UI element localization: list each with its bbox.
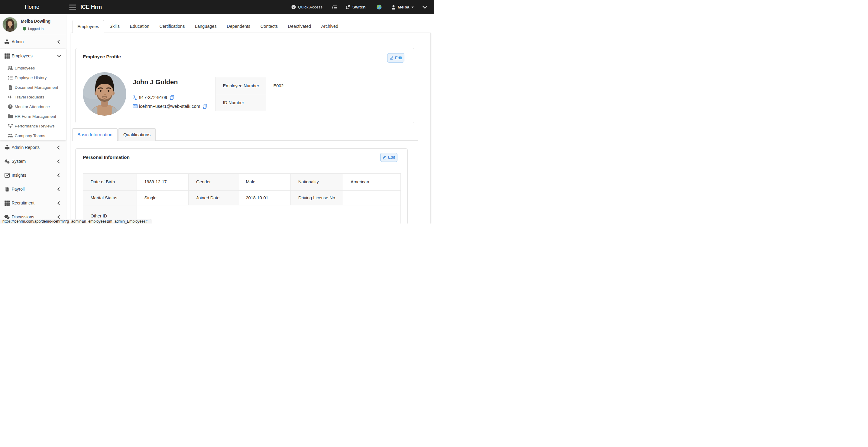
globe-earth-icon [377,4,382,10]
sidebar-subitem-label: Company Teams [15,133,45,138]
user-menu[interactable]: Melba [392,0,414,14]
icehrm-app: Home ICE Hrm Quick Access [0,0,434,224]
sidebar-subitem-monitor-attendance[interactable]: Monitor Attendance [0,102,66,111]
melba-avatar[interactable] [3,17,17,32]
tab-dependents[interactable]: Dependents [222,20,255,33]
clock-icon [7,104,13,109]
gears-icon [4,159,10,164]
sidebar-subitem-hr-form-management[interactable]: HR Form Management [0,111,66,121]
sidebar-subitem-travel-requests[interactable]: Travel Requests [0,92,66,102]
sidebar-item-label: Payroll [12,187,25,191]
tab-archived[interactable]: Archived [317,20,343,33]
tab-basic-information[interactable]: Basic Information [72,128,118,141]
tab-contacts[interactable]: Contacts [256,20,282,33]
tab-employees[interactable]: Employees [72,20,104,33]
app-brand: ICE Hrm [81,0,102,14]
tasks-button[interactable] [332,0,337,14]
employee-email[interactable]: icehrm+user1@web-stalk.com [139,104,200,109]
tab-certifications[interactable]: Certifications [155,20,189,33]
copy-email-icon[interactable] [203,104,207,109]
sidebar-item-payroll[interactable]: Payroll [0,182,66,196]
sidebar-subitem-company-teams[interactable]: Company Teams [0,131,66,140]
chart-line-icon [4,173,10,178]
sidebar-subitem-employees[interactable]: Employees [0,63,66,73]
employee-phone[interactable]: 917-372-9109 [139,95,167,100]
sidebar-item-label: System [12,159,26,164]
sidebar-subitem-label: HR Form Management [15,114,56,119]
personal-information-title: Personal Information [83,155,130,160]
employee-profile-edit-button[interactable]: Edit [387,53,404,63]
home-link[interactable]: Home [25,0,39,14]
sidebar-item-insights[interactable]: Insights [0,168,66,182]
tab-content-panel: Employee Profile Edit [71,33,431,224]
sidebar-profile: Melba Dowling Logged In [0,14,66,35]
topbar: Home ICE Hrm Quick Access [0,0,434,14]
tab-languages[interactable]: Languages [190,20,221,33]
sidebar-item-recruitment[interactable]: Recruitment [0,196,66,210]
driving-license-label: Driving License No [291,190,343,205]
sidebar-subitem-document-management[interactable]: Document Management [0,83,66,92]
switch-button[interactable]: Switch [346,0,366,14]
table-row: Marital Status Single Joined Date 2018-1… [83,190,400,205]
grid-icon [4,54,10,59]
sidebar-item-employees[interactable]: Employees [0,49,66,63]
table-row: Date of Birth 1989-12-17 Gender Male Nat… [83,173,400,190]
file-zipper-icon [4,187,10,191]
joined-date-label: Joined Date [189,190,239,205]
table-row: Employee Number E002 [215,77,291,94]
sidebar-subitem-label: Travel Requests [15,95,44,99]
employee-number-label: Employee Number [215,77,266,94]
edit-button-label: Edit [395,56,402,60]
tab-skills[interactable]: Skills [105,20,124,33]
sidebar-subitem-label: Document Management [15,85,58,90]
sidebar-subitem-performance-reviews[interactable]: Performance Reviews [0,121,66,131]
user-menu-label: Melba [398,5,409,9]
sidebar-subitem-label: Employee History [15,75,47,80]
compass-icon [291,5,296,9]
sidebar-subitem-employee-history[interactable]: Employee History [0,73,66,83]
copy-phone-icon[interactable] [170,95,174,100]
sidebar-item-label: Admin Reports [12,145,40,150]
collapse-header-chevron-icon[interactable] [422,0,428,14]
employee-email-row: icehrm+user1@web-stalk.com [133,104,207,109]
employee-profile-title: Employee Profile [83,54,121,60]
sidebar-user-name: Melba Dowling [21,19,51,24]
employee-phone-row: 917-372-9109 [133,95,174,100]
comments-icon [4,215,10,219]
logged-in-status-dot [23,27,26,31]
quick-access-button[interactable]: Quick Access [291,0,322,14]
sidebar-item-admin-reports[interactable]: Admin Reports [0,140,66,154]
users-icon [7,133,13,138]
hamburger-menu-icon[interactable] [69,4,76,10]
employee-detail-tabs: Basic Information Qualifications [72,128,418,141]
sidebar: Melba Dowling Logged In Admin [0,14,66,224]
chevron-left-icon [57,173,60,177]
joined-date-value: 2018-10-01 [238,190,291,205]
nationality-value: American [343,173,401,190]
chevron-left-icon [57,146,60,150]
phone-icon [133,95,139,100]
employee-photo [83,72,126,116]
table-row: ID Number [215,94,291,111]
main-content: Employees Skills Education Certification… [66,14,434,224]
personal-information-edit-button[interactable]: Edit [380,153,397,162]
id-number-label: ID Number [215,94,266,111]
sidebar-item-admin[interactable]: Admin [0,35,66,49]
gender-value: Male [238,173,291,190]
marital-status-label: Marital Status [83,190,136,205]
tab-deactivated[interactable]: Deactivated [283,20,316,33]
language-globe-button[interactable] [377,0,382,14]
sidebar-user-status: Logged In [23,27,43,31]
person-book-icon [4,145,10,150]
employee-id-table: Employee Number E002 ID Number [215,77,291,111]
tab-qualifications[interactable]: Qualifications [118,128,156,141]
dob-value: 1989-12-17 [136,173,189,190]
sidebar-item-label: Insights [12,173,26,178]
sidebar-item-system[interactable]: System [0,154,66,168]
other-id-value [136,205,400,224]
chevron-left-icon [57,159,60,163]
chevron-left-icon [57,40,60,44]
tab-education[interactable]: Education [125,20,154,33]
nationality-label: Nationality [291,173,343,190]
chevron-left-icon [57,187,60,191]
